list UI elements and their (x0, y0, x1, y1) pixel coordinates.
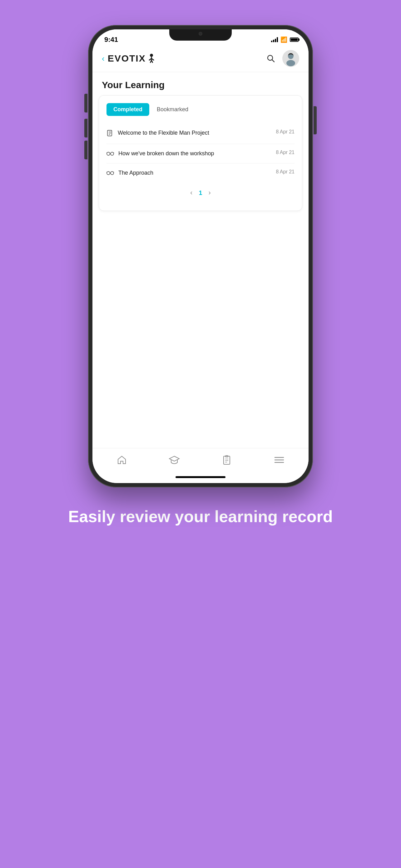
list-item[interactable]: The Approach 8 Apr 21 (106, 163, 295, 183)
svg-marker-25 (169, 456, 179, 461)
item-title-2: How we've broken down the workshop (119, 150, 214, 157)
avatar[interactable] (282, 50, 299, 67)
bottom-nav (93, 448, 308, 476)
item-title-3: The Approach (119, 169, 153, 177)
caption-section: Easily review your learning record (37, 506, 364, 527)
prev-page-button[interactable]: ‹ (190, 189, 192, 197)
tab-completed[interactable]: Completed (106, 103, 149, 116)
item-date-1: 8 Apr 21 (276, 129, 295, 135)
svg-point-15 (107, 152, 110, 155)
page-title: Your Learning (93, 72, 308, 95)
logo-figure-icon (147, 54, 156, 63)
phone-notch (169, 29, 232, 41)
user-avatar-icon (282, 50, 299, 67)
wifi-icon: 📶 (280, 36, 287, 43)
item-left-2: How we've broken down the workshop (106, 150, 272, 157)
tab-bookmarked[interactable]: Bookmarked (154, 103, 191, 116)
caption-text: Easily review your learning record (68, 506, 333, 527)
graduation-icon (169, 455, 180, 465)
evotix-logo: EVOTIX (108, 53, 156, 64)
nav-menu[interactable] (253, 448, 305, 471)
nav-learning[interactable] (148, 448, 201, 471)
svg-point-16 (110, 152, 114, 155)
item-title-1: Welcome to the Flexible Man Project (118, 129, 209, 137)
battery-icon (290, 37, 299, 42)
svg-line-7 (272, 60, 274, 62)
search-button[interactable] (264, 52, 277, 65)
svg-point-0 (150, 54, 153, 57)
status-time: 9:41 (102, 36, 118, 44)
header-left: ‹ EVOTIX (102, 53, 156, 64)
item-date-2: 8 Apr 21 (276, 150, 295, 155)
learning-card: Completed Bookmarked (99, 95, 302, 211)
document-icon (106, 130, 113, 138)
list-item[interactable]: How we've broken down the workshop 8 Apr… (106, 144, 295, 163)
search-icon (266, 54, 275, 63)
tab-row: Completed Bookmarked (106, 103, 295, 116)
signal-icon (271, 37, 278, 42)
svg-point-10 (287, 60, 295, 66)
item-date-3: 8 Apr 21 (276, 169, 295, 175)
home-indicator-bar (93, 476, 308, 483)
nav-documents[interactable] (201, 448, 253, 471)
svg-point-20 (107, 172, 110, 175)
item-left-3: The Approach (106, 169, 272, 177)
svg-point-21 (110, 172, 114, 175)
camera (199, 32, 202, 36)
glasses-icon-2 (106, 170, 114, 177)
learning-list: Welcome to the Flexible Man Project 8 Ap… (106, 123, 295, 183)
svg-line-5 (152, 60, 153, 63)
status-icons: 📶 (271, 36, 299, 43)
logo-text: EVOTIX (108, 53, 146, 64)
phone-screen: 9:41 📶 ‹ (93, 29, 308, 483)
header-right (264, 50, 299, 67)
main-content: Your Learning Completed Bookmarked (93, 72, 308, 448)
phone-mockup: 9:41 📶 ‹ (88, 25, 313, 488)
pagination: ‹ 1 › (106, 183, 295, 203)
menu-icon (274, 456, 284, 464)
home-indicator (175, 476, 226, 478)
next-page-button[interactable]: › (209, 189, 211, 197)
clipboard-icon (222, 455, 231, 465)
app-header: ‹ EVOTIX (93, 46, 308, 72)
list-item[interactable]: Welcome to the Flexible Man Project 8 Ap… (106, 123, 295, 144)
home-icon (117, 455, 127, 465)
nav-home[interactable] (96, 448, 148, 471)
glasses-icon (106, 150, 114, 157)
item-left-1: Welcome to the Flexible Man Project (106, 129, 272, 138)
current-page: 1 (199, 189, 202, 196)
svg-rect-26 (224, 456, 230, 464)
back-button[interactable]: ‹ (102, 54, 105, 63)
